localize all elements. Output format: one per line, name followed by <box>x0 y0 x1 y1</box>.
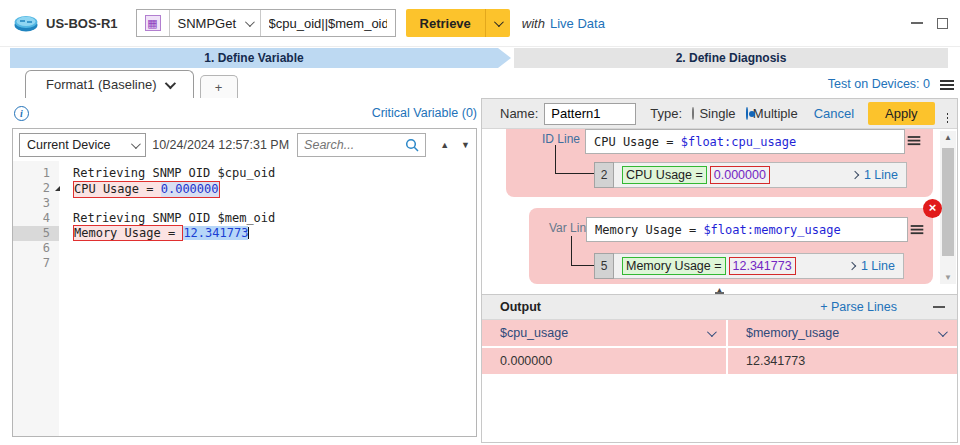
with-label: with <box>522 16 545 31</box>
line-number: 3 <box>13 196 59 211</box>
id-line-panel: ID Line CPU Usage = $float:cpu_usage 2 C… <box>506 129 933 197</box>
chevron-right-icon <box>851 171 859 179</box>
search-next-button[interactable]: ▼ <box>461 140 470 150</box>
id-line-match-row: 2 CPU Usage = 0.000000 1 Line <box>594 162 907 188</box>
connector-line <box>555 145 594 174</box>
line-number: 6 <box>13 241 59 256</box>
id-line-expression-input[interactable]: CPU Usage = $float:cpu_usage <box>585 129 905 154</box>
critical-variable-link[interactable]: Critical Variable (0) <box>372 106 477 120</box>
window-controls <box>911 18 960 29</box>
search-nav: ▲ ▼ <box>440 140 470 150</box>
text-cursor <box>248 227 249 239</box>
scroll-up-icon[interactable]: ▲ <box>940 133 956 142</box>
output-title: Output <box>500 300 541 314</box>
left-panel: i Critical Variable (0) Current Device 1… <box>0 98 481 445</box>
tab-format1-baseline[interactable]: Format1 (Baseline) <box>25 70 194 98</box>
scroll-down-icon[interactable]: ▼ <box>940 273 956 282</box>
matched-label: Memory Usage = <box>622 257 726 275</box>
device-name: US-BOS-R1 <box>46 16 118 31</box>
id-line-label: ID Line <box>542 132 580 146</box>
pattern-panel: Name: Type: Single Multiple Cancel Apply… <box>481 98 958 443</box>
fold-marker-icon[interactable] <box>55 186 60 191</box>
chevron-right-icon <box>848 262 856 270</box>
info-icon[interactable]: i <box>14 106 29 121</box>
minimize-output-icon[interactable] <box>933 306 945 308</box>
pattern-header: Name: Type: Single Multiple Cancel Apply <box>482 99 957 129</box>
minimize-icon[interactable] <box>911 22 923 24</box>
add-format-tab-button[interactable]: + <box>200 75 238 98</box>
line-count-toggle[interactable]: 1 Line <box>849 259 895 273</box>
step-bar: 1. Define Variable 2. Define Diagnosis <box>10 48 948 68</box>
code-line: 4 Retrieving SNMP OID $mem_oid <box>13 211 476 226</box>
scrollbar-thumb[interactable] <box>942 148 954 256</box>
search-prev-button[interactable]: ▲ <box>440 140 449 150</box>
delete-var-line-button[interactable]: × <box>923 199 942 218</box>
search-icon[interactable] <box>405 138 419 152</box>
var-line-menu-icon[interactable] <box>911 225 924 227</box>
match-line-number: 5 <box>594 253 614 279</box>
chevron-down-icon <box>494 17 504 27</box>
cancel-link[interactable]: Cancel <box>814 106 854 121</box>
format-tab-bar: Format1 (Baseline) + Test on Devices: 0 <box>0 68 960 98</box>
code-text <box>59 196 73 211</box>
method-select-value: SNMPGet <box>178 16 237 31</box>
code-text: Retrieving SNMP OID $mem_oid <box>59 211 275 226</box>
type-label: Type: <box>650 106 682 121</box>
device-select[interactable]: Current Device <box>19 133 146 157</box>
parse-lines-link[interactable]: + Parse Lines <box>820 300 897 314</box>
top-toolbar: US-BOS-R1 ▦ SNMPGet Retrieve with Live D… <box>0 0 960 47</box>
matched-value: 12.341773 <box>729 257 796 275</box>
id-line-menu-icon[interactable] <box>908 136 921 138</box>
code-line: 1 Retrieving SNMP OID $cpu_oid <box>13 166 476 181</box>
output-collapse-handle[interactable]: ▲ <box>482 287 957 294</box>
vertical-scrollbar[interactable]: ▲ ▼ <box>940 131 956 284</box>
code-text <box>59 241 73 256</box>
line-count-toggle[interactable]: 1 Line <box>852 168 898 182</box>
code-text: Memory Usage = 12.341773 <box>59 226 249 241</box>
radio-multiple[interactable] <box>746 107 748 120</box>
menu-icon[interactable] <box>940 80 954 82</box>
chevron-down-icon <box>131 139 141 149</box>
parser-type-cell[interactable]: ▦ <box>137 10 169 36</box>
pattern-canvas: ID Line CPU Usage = $float:cpu_usage 2 C… <box>482 129 957 287</box>
name-label: Name: <box>500 106 538 121</box>
app-window: US-BOS-R1 ▦ SNMPGet Retrieve with Live D… <box>0 0 960 445</box>
code-area[interactable]: 1 Retrieving SNMP OID $cpu_oid 2 CPU Usa… <box>13 161 476 436</box>
line-number: 7 <box>13 256 59 271</box>
match-strip: Memory Usage = 12.341773 1 Line <box>614 253 904 279</box>
live-data-link[interactable]: Live Data <box>550 16 605 31</box>
retrieve-button[interactable]: Retrieve <box>406 9 486 37</box>
matched-value: 0.000000 <box>710 166 770 184</box>
line-number: 1 <box>13 166 59 181</box>
output-header: Output + Parse Lines <box>482 294 957 320</box>
retrieve-dropdown-button[interactable] <box>486 9 510 37</box>
collapse-arrow-icon: ▲ <box>715 287 724 294</box>
apply-button[interactable]: Apply <box>868 102 935 125</box>
var-line-expression-input[interactable]: Memory Usage = $float:memory_usage <box>586 217 908 242</box>
output-table-row[interactable]: 0.000000 12.341773 <box>482 348 957 374</box>
router-device-icon <box>14 15 38 32</box>
step-define-variable[interactable]: 1. Define Variable <box>10 48 498 68</box>
column-header-cpu-usage[interactable]: $cpu_usage <box>482 320 728 346</box>
match-strip: CPU Usage = 0.000000 1 Line <box>614 162 907 188</box>
column-header-memory-usage[interactable]: $memory_usage <box>728 320 957 346</box>
code-text: CPU Usage = 0.000000 <box>59 181 220 196</box>
chevron-down-icon <box>938 327 948 337</box>
retrieve-timestamp: 10/24/2024 12:57:31 PM <box>152 138 289 152</box>
pattern-name-input[interactable] <box>544 103 636 125</box>
matched-label: CPU Usage = <box>622 166 707 184</box>
var-line-match-highlight: Memory Usage = <box>73 225 183 241</box>
test-on-devices-link[interactable]: Test on Devices: 0 <box>828 77 930 91</box>
maximize-icon[interactable] <box>937 18 948 29</box>
radio-single[interactable] <box>692 107 694 120</box>
method-select[interactable]: SNMPGet <box>169 10 261 36</box>
oid-input[interactable] <box>261 10 395 36</box>
connector-line <box>571 236 594 266</box>
code-line: 5 Memory Usage = 12.341773 <box>13 226 476 241</box>
main-area: i Critical Variable (0) Current Device 1… <box>0 98 960 445</box>
step-define-diagnosis[interactable]: 2. Define Diagnosis <box>514 48 948 68</box>
var-line-panel: × Var Line 1 Memory Usage = $float:memor… <box>529 208 933 284</box>
search-input[interactable] <box>304 138 405 152</box>
var-line-match-row: 5 Memory Usage = 12.341773 1 Line <box>594 253 904 279</box>
code-line: 2 CPU Usage = 0.000000 <box>13 181 476 196</box>
